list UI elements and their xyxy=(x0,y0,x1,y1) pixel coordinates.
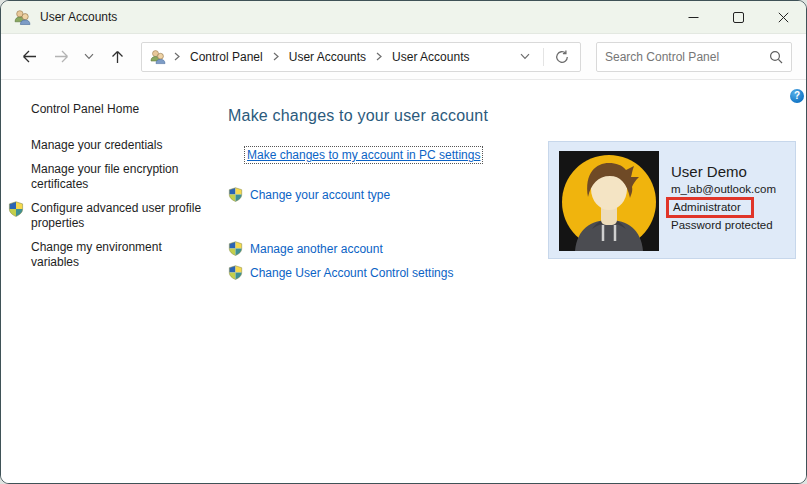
refresh-button[interactable] xyxy=(548,44,576,70)
user-role: Administrator xyxy=(666,197,754,218)
task-pc-settings: Make changes to my account in PC setting… xyxy=(244,146,488,164)
password-protected-label: Password protected xyxy=(671,219,776,231)
help-button[interactable]: ? xyxy=(790,89,804,103)
change-uac-settings-link[interactable]: Change User Account Control settings xyxy=(250,266,453,280)
title-bar: User Accounts xyxy=(1,1,806,34)
page-body: Control Panel Home Manage your credentia… xyxy=(1,80,806,484)
user-role-highlight: Administrator xyxy=(666,197,776,218)
user-accounts-window: User Accounts Con xyxy=(0,0,807,484)
forward-button[interactable] xyxy=(45,42,77,72)
sidebar-item-manage-credentials[interactable]: Manage your credentials xyxy=(31,138,205,153)
user-name: User Demo xyxy=(671,163,776,180)
up-button[interactable] xyxy=(101,42,133,72)
sidebar-item-file-encryption-certificates[interactable]: Manage your file encryption certificates xyxy=(31,162,205,192)
avatar-illustration xyxy=(559,150,659,252)
task-change-account-type: Change your account type xyxy=(228,187,488,202)
sidebar-item-control-panel-home[interactable]: Control Panel Home xyxy=(31,102,205,117)
breadcrumb-user-accounts[interactable]: User Accounts xyxy=(283,50,372,64)
main-content: Make changes to your user account Make c… xyxy=(228,80,488,280)
sidebar-item-label: Configure advanced user profile properti… xyxy=(31,201,201,230)
uac-shield-icon xyxy=(8,201,24,217)
window-controls xyxy=(671,1,806,33)
breadcrumb-control-panel[interactable]: Control Panel xyxy=(184,50,269,64)
breadcrumb-user-accounts-2[interactable]: User Accounts xyxy=(386,50,475,64)
search-icon[interactable] xyxy=(769,50,783,64)
chevron-down-icon xyxy=(520,53,530,60)
user-info-panel: User Demo m_lab@outlook.com Administrato… xyxy=(548,141,796,259)
forward-arrow-icon xyxy=(53,49,70,64)
breadcrumb-chevron-icon[interactable] xyxy=(269,50,283,64)
minimize-icon xyxy=(688,12,699,23)
window-title: User Accounts xyxy=(40,10,671,24)
breadcrumb-chevron-icon[interactable] xyxy=(372,50,386,64)
back-arrow-icon xyxy=(21,49,38,64)
user-accounts-breadcrumb-icon xyxy=(150,49,166,65)
maximize-icon xyxy=(733,12,744,23)
sidebar-item-label: Change my environment variables xyxy=(31,240,162,269)
page-title: Make changes to your user account xyxy=(228,107,488,125)
task-manage-another-account: Manage another account xyxy=(228,241,488,256)
user-meta: User Demo m_lab@outlook.com Administrato… xyxy=(671,163,776,231)
uac-shield-icon xyxy=(228,187,243,202)
address-divider xyxy=(543,48,544,66)
search-input[interactable] xyxy=(605,50,769,64)
search-box xyxy=(596,42,792,72)
sidebar-item-environment-variables[interactable]: Change my environment variables xyxy=(31,240,205,270)
close-icon xyxy=(778,12,789,23)
recent-locations-button[interactable] xyxy=(77,42,101,72)
minimize-button[interactable] xyxy=(671,1,716,33)
address-dropdown-button[interactable] xyxy=(511,44,539,70)
manage-another-account-link[interactable]: Manage another account xyxy=(250,242,383,256)
sidebar: Control Panel Home Manage your credentia… xyxy=(1,80,223,270)
address-bar[interactable]: Control Panel User Accounts User Account… xyxy=(141,42,581,72)
navigation-toolbar: Control Panel User Accounts User Account… xyxy=(1,34,806,80)
sidebar-item-label: Manage your file encryption certificates xyxy=(31,162,178,191)
close-button[interactable] xyxy=(761,1,806,33)
up-arrow-icon xyxy=(110,49,125,65)
user-avatar xyxy=(559,150,659,252)
sidebar-item-label: Manage your credentials xyxy=(31,138,162,152)
uac-shield-icon xyxy=(228,241,243,256)
uac-shield-icon xyxy=(228,265,243,280)
pc-settings-link[interactable]: Make changes to my account in PC setting… xyxy=(244,146,483,164)
change-account-type-link[interactable]: Change your account type xyxy=(250,188,390,202)
breadcrumb-chevron-icon[interactable] xyxy=(170,50,184,64)
user-accounts-app-icon xyxy=(14,9,31,26)
back-button[interactable] xyxy=(13,42,45,72)
sidebar-item-label: Control Panel Home xyxy=(31,102,139,116)
sidebar-item-advanced-user-profile[interactable]: Configure advanced user profile properti… xyxy=(31,201,205,231)
maximize-button[interactable] xyxy=(716,1,761,33)
task-change-uac-settings: Change User Account Control settings xyxy=(228,265,488,280)
refresh-icon xyxy=(555,50,569,64)
user-email: m_lab@outlook.com xyxy=(671,183,776,195)
chevron-down-icon xyxy=(84,53,94,60)
